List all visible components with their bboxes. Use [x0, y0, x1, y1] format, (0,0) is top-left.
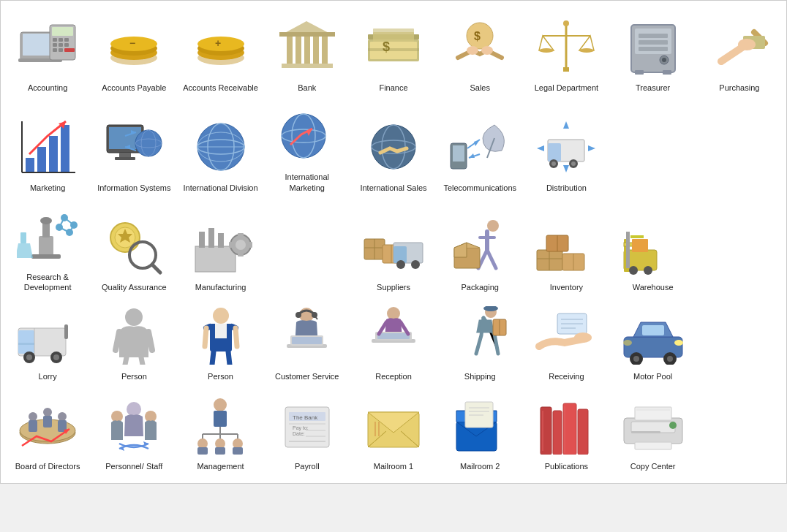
icon-item-finance[interactable]: $ Finance	[350, 8, 437, 97]
icon-publications	[530, 392, 603, 458]
svg-rect-63	[26, 158, 34, 172]
svg-point-157	[629, 266, 638, 275]
svg-rect-92	[453, 145, 464, 162]
icon-item-accounts-payable[interactable]: − Accounts Payable	[91, 8, 177, 97]
svg-text:+: +	[215, 37, 221, 49]
svg-rect-260	[636, 408, 670, 411]
svg-point-130	[236, 240, 246, 250]
svg-rect-48	[563, 67, 569, 72]
svg-marker-95	[469, 153, 475, 158]
svg-rect-230	[233, 447, 243, 455]
svg-rect-35	[368, 48, 419, 51]
icon-item-accounting[interactable]: Accounting	[4, 8, 91, 97]
svg-marker-94	[474, 140, 480, 146]
icon-item-international-marketing[interactable]: International Marketing	[264, 97, 350, 197]
icon-item-manufacturing[interactable]: Manufacturing	[177, 197, 263, 297]
icon-item-quality-assurance[interactable]: Quality Assurance	[91, 197, 177, 297]
svg-rect-185	[377, 333, 410, 339]
icon-item-board-of-directors[interactable]: Board of Directors	[4, 387, 91, 476]
svg-point-74	[135, 130, 162, 156]
icon-item-legal-department[interactable]: Legal Department	[523, 8, 609, 97]
icon-research-development	[11, 203, 84, 269]
svg-rect-263	[631, 431, 660, 433]
icon-item-sales[interactable]: $ Sales	[437, 8, 523, 97]
svg-rect-59	[663, 70, 671, 75]
icon-item-mailroom2[interactable]: Mailroom 2	[437, 387, 523, 476]
icon-item-publications[interactable]: Publications	[523, 387, 609, 476]
icon-purchasing: $	[703, 14, 776, 80]
icon-item-mailroom1[interactable]: Mailroom 1	[350, 387, 437, 476]
icon-item-receiving[interactable]: Receiving	[523, 297, 609, 386]
label-board-of-directors: Board of Directors	[15, 461, 80, 471]
icon-item-information-systems[interactable]: Information Systems	[91, 97, 177, 197]
icon-item-accounts-receivable[interactable]: + Accounts Receivable	[177, 8, 263, 97]
icon-item-marketing[interactable]: Marketing	[4, 97, 91, 197]
svg-point-142	[396, 260, 405, 269]
svg-point-208	[43, 408, 52, 417]
icon-item-research-development[interactable]: Research & Development	[4, 197, 91, 297]
label-distribution: Distribution	[546, 183, 587, 193]
icon-item-management[interactable]: Management	[177, 387, 263, 476]
svg-rect-53	[639, 34, 668, 38]
icon-item-lorry[interactable]: Lorry	[4, 297, 91, 386]
icon-mailroom1	[357, 392, 430, 458]
icon-motor-pool	[617, 303, 690, 368]
icon-international-marketing	[271, 103, 344, 169]
label-manufacturing: Manufacturing	[195, 282, 246, 292]
icon-accounting	[11, 14, 84, 80]
svg-rect-163	[18, 330, 34, 354]
icon-customer-service	[271, 303, 344, 368]
icon-item-copy-center[interactable]: Copy Center	[610, 387, 696, 476]
label-legal-department: Legal Department	[535, 83, 598, 93]
label-treasurer: Treasurer	[636, 83, 670, 93]
icon-item-purchasing[interactable]: $ Purchasing	[696, 8, 783, 97]
svg-point-88	[372, 125, 415, 169]
icon-item-customer-service[interactable]: Customer Service	[264, 297, 350, 386]
svg-rect-174	[215, 324, 227, 338]
icon-item-person1[interactable]: Person	[91, 297, 177, 386]
icon-management	[184, 392, 257, 458]
icon-item-international-sales[interactable]: International Sales	[350, 97, 437, 197]
svg-line-178	[315, 316, 317, 319]
label-publications: Publications	[545, 461, 588, 471]
label-motor-pool: Motor Pool	[633, 371, 672, 381]
svg-rect-5	[53, 38, 57, 42]
icon-item-telecommunications[interactable]: Telecommunications	[437, 97, 523, 197]
svg-rect-131	[238, 233, 244, 238]
svg-point-101	[571, 162, 576, 166]
icon-item-packaging[interactable]: Packaging	[437, 197, 523, 297]
svg-point-210	[58, 412, 67, 421]
icon-item-suppliers[interactable]: Suppliers	[350, 197, 437, 297]
icon-item-warehouse[interactable]: Warehouse	[610, 197, 696, 297]
icon-item-reception[interactable]: Reception	[350, 297, 437, 386]
icon-item-distribution[interactable]: Distribution	[523, 97, 609, 197]
svg-point-144	[487, 220, 499, 232]
svg-rect-160	[630, 235, 644, 238]
svg-point-214	[111, 411, 123, 422]
svg-rect-9	[59, 43, 63, 47]
icon-item-treasurer[interactable]: Treasurer	[610, 8, 696, 97]
svg-rect-258	[631, 422, 675, 433]
svg-point-84	[282, 114, 325, 158]
icon-international-sales	[357, 114, 430, 180]
icon-item-person2[interactable]: Person	[177, 297, 263, 386]
icon-item-shipping[interactable]: Shipping	[437, 297, 523, 386]
label-international-sales: International Sales	[360, 183, 426, 193]
icon-suppliers	[357, 213, 430, 279]
icon-item-bank[interactable]: Bank	[264, 8, 350, 97]
icon-item-personnel-staff[interactable]: Personnel/ Staff	[91, 387, 177, 476]
icon-item-payroll[interactable]: The Bank Pay to: Date: Payroll	[264, 387, 350, 476]
icon-item-inventory[interactable]: Inventory	[523, 197, 609, 297]
svg-point-213	[127, 402, 141, 417]
svg-rect-254	[578, 409, 588, 455]
icon-item-motor-pool[interactable]: Motor Pool	[610, 297, 696, 386]
svg-rect-55	[639, 47, 668, 51]
svg-point-182	[387, 307, 400, 320]
svg-marker-105	[563, 165, 569, 172]
svg-marker-104	[563, 121, 569, 129]
svg-rect-181	[292, 337, 322, 344]
svg-rect-66	[61, 125, 69, 172]
svg-rect-54	[639, 40, 668, 45]
svg-text:Date:: Date:	[293, 431, 305, 436]
icon-item-international-division[interactable]: International Division	[177, 97, 263, 197]
